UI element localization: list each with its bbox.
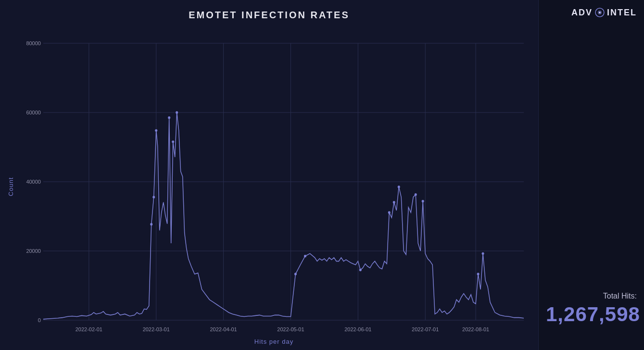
svg-text:2022-08-01: 2022-08-01 [462, 326, 489, 332]
chart-container: 80000 60000 40000 20000 0 [14, 28, 533, 345]
svg-text:80000: 80000 [26, 40, 41, 46]
logo-icon [594, 7, 605, 18]
svg-text:2022-04-01: 2022-04-01 [210, 326, 237, 332]
y-axis-label: Count [5, 28, 14, 345]
svg-text:20000: 20000 [26, 248, 41, 254]
svg-point-30 [294, 273, 297, 275]
svg-text:2022-07-01: 2022-07-01 [412, 326, 439, 332]
logo-adv: ADV [571, 8, 593, 18]
svg-text:2022-03-01: 2022-03-01 [143, 326, 170, 332]
svg-point-26 [150, 223, 152, 225]
main-content: EMOTET INFECTION RATES Count 80000 60000 [0, 0, 538, 350]
svg-text:2022-02-01: 2022-02-01 [76, 326, 102, 332]
svg-point-27 [155, 129, 157, 132]
infection-line [43, 112, 524, 319]
svg-text:0: 0 [38, 317, 41, 323]
svg-point-29 [152, 196, 155, 198]
svg-point-24 [168, 116, 170, 119]
infection-rate-chart: 80000 60000 40000 20000 0 [14, 28, 533, 336]
chart-svg-wrapper: 80000 60000 40000 20000 0 [14, 28, 533, 336]
svg-point-35 [415, 193, 417, 196]
x-axis-label: Hits per day [14, 336, 533, 345]
logo: ADV INTEL [571, 5, 637, 18]
svg-point-33 [393, 201, 395, 203]
chart-title: EMOTET INFECTION RATES [5, 10, 533, 21]
svg-point-42 [599, 12, 601, 13]
total-hits-label: Total Hits: [546, 292, 637, 300]
stats-section: Total Hits: 1,267,598 [546, 292, 637, 345]
svg-point-39 [482, 252, 484, 255]
svg-point-38 [477, 273, 480, 275]
svg-text:60000: 60000 [26, 110, 41, 115]
svg-point-31 [304, 255, 306, 257]
svg-point-34 [398, 186, 400, 188]
svg-text:2022-05-01: 2022-05-01 [277, 326, 304, 332]
svg-point-25 [176, 111, 178, 113]
svg-text:2022-06-01: 2022-06-01 [344, 326, 371, 332]
svg-point-37 [388, 211, 391, 213]
svg-point-36 [422, 200, 424, 202]
logo-intel: INTEL [607, 8, 637, 18]
svg-point-28 [172, 140, 174, 143]
chart-area: Count 80000 60000 40000 2000 [5, 28, 533, 345]
right-panel: ADV INTEL Total Hits: 1,267,598 [538, 0, 644, 350]
svg-point-32 [359, 269, 362, 271]
total-hits-value: 1,267,598 [546, 303, 637, 326]
svg-text:40000: 40000 [26, 179, 41, 185]
